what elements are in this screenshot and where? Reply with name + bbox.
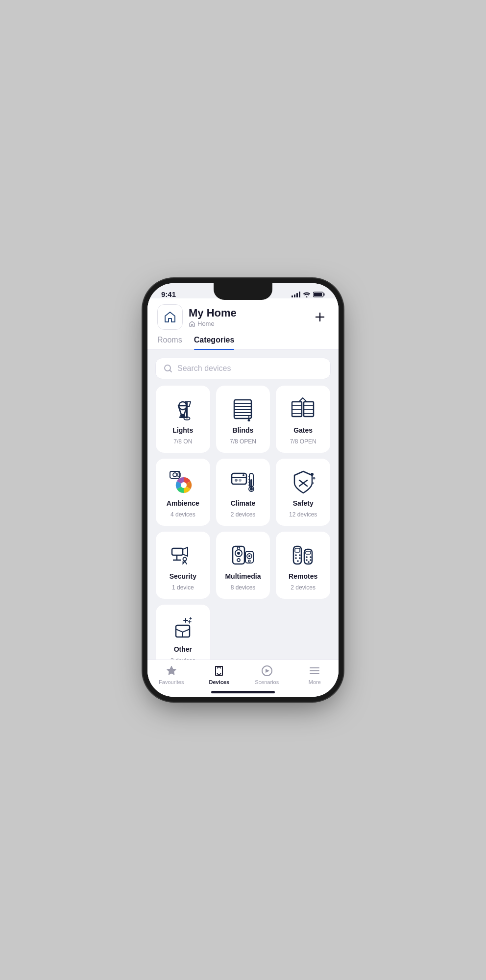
- category-blinds[interactable]: Blinds 7/8 OPEN: [216, 385, 271, 453]
- svg-point-64: [295, 554, 297, 556]
- blinds-icon: [228, 395, 258, 422]
- svg-point-56: [237, 559, 240, 562]
- header-left: My Home Home: [157, 304, 237, 330]
- battery-icon: [313, 292, 325, 297]
- climate-count: 2 devices: [231, 511, 256, 518]
- remotes-name: Remotes: [289, 572, 317, 580]
- svg-point-72: [310, 556, 312, 558]
- remotes-icon: [289, 541, 318, 568]
- svg-point-35: [243, 474, 244, 476]
- svg-rect-1: [324, 293, 325, 295]
- other-icon: [168, 614, 197, 641]
- phone-frame: 9:41: [147, 283, 339, 697]
- favourites-label: Favourites: [159, 679, 184, 685]
- favourites-icon: [165, 664, 178, 678]
- climate-name: Climate: [231, 499, 256, 507]
- multimedia-icon: [228, 541, 258, 568]
- header: My Home Home: [147, 298, 339, 330]
- category-safety[interactable]: Safety 12 devices: [275, 458, 331, 526]
- svg-point-75: [308, 561, 310, 563]
- svg-point-66: [295, 557, 297, 559]
- header-subtitle-text: Home: [197, 320, 215, 327]
- svg-point-19: [248, 419, 250, 421]
- safety-count: 12 devices: [289, 511, 317, 518]
- gates-icon: [289, 395, 318, 422]
- main-content: My Home Home: [147, 298, 339, 697]
- status-icons: [292, 292, 325, 297]
- scenarios-label: Scenarios: [255, 679, 279, 685]
- category-gates[interactable]: Gates 7/8 OPEN: [275, 385, 331, 453]
- ambience-count: 4 devices: [170, 511, 195, 518]
- svg-point-46: [311, 473, 314, 476]
- category-security[interactable]: Security 1 device: [155, 531, 211, 599]
- svg-point-39: [250, 488, 253, 490]
- scenarios-icon: [260, 664, 274, 678]
- category-grid: Lights 7/8 ON: [147, 385, 339, 680]
- nav-more[interactable]: More: [291, 664, 339, 685]
- nav-favourites[interactable]: Favourites: [147, 664, 195, 685]
- svg-point-61: [248, 560, 250, 562]
- wifi-icon: [303, 292, 311, 297]
- lights-count: 7/8 ON: [173, 438, 192, 445]
- svg-point-67: [299, 557, 301, 559]
- other-name: Other: [174, 645, 192, 653]
- svg-point-48: [312, 482, 314, 484]
- category-remotes[interactable]: Remotes 2 devices: [275, 531, 331, 599]
- blinds-name: Blinds: [233, 426, 254, 434]
- svg-point-71: [306, 556, 308, 558]
- svg-rect-2: [314, 293, 322, 296]
- tabs: Rooms Categories: [147, 330, 339, 350]
- svg-rect-28: [170, 471, 180, 478]
- phone-screen: 9:41: [147, 283, 339, 697]
- svg-rect-20: [292, 402, 302, 416]
- gates-count: 7/8 OPEN: [290, 438, 316, 445]
- ambience-icon: [168, 468, 197, 495]
- blinds-count: 7/8 OPEN: [230, 438, 256, 445]
- ambience-name: Ambience: [167, 499, 199, 507]
- header-text: My Home Home: [189, 307, 237, 327]
- devices-label: Devices: [209, 679, 229, 685]
- home-icon-box[interactable]: [157, 304, 183, 330]
- remotes-count: 2 devices: [291, 584, 316, 591]
- security-name: Security: [170, 572, 196, 580]
- add-button[interactable]: [311, 308, 329, 326]
- more-icon: [308, 664, 321, 678]
- lights-name: Lights: [172, 426, 193, 434]
- tab-rooms[interactable]: Rooms: [157, 336, 182, 349]
- svg-point-73: [306, 559, 308, 561]
- svg-point-74: [310, 559, 312, 561]
- header-title: My Home: [189, 307, 237, 319]
- svg-rect-49: [172, 548, 183, 555]
- category-multimedia[interactable]: Multimedia 8 devices: [216, 531, 271, 599]
- multimedia-name: Multimedia: [225, 572, 261, 580]
- category-climate[interactable]: Climate 2 devices: [216, 458, 271, 526]
- category-lights[interactable]: Lights 7/8 ON: [155, 385, 211, 453]
- climate-icon: [228, 468, 258, 495]
- header-subtitle: Home: [189, 320, 237, 327]
- svg-point-52: [183, 557, 187, 561]
- nav-scenarios[interactable]: Scenarios: [243, 664, 291, 685]
- security-count: 1 device: [172, 584, 194, 591]
- search-placeholder: Search devices: [177, 364, 231, 373]
- gates-name: Gates: [293, 426, 313, 434]
- svg-rect-24: [304, 402, 314, 416]
- multimedia-count: 8 devices: [231, 584, 256, 591]
- lights-icon: [168, 395, 197, 422]
- svg-point-68: [297, 560, 299, 562]
- svg-rect-30: [178, 473, 180, 477]
- more-label: More: [309, 679, 321, 685]
- search-container: Search devices: [147, 350, 339, 385]
- safety-icon: [289, 468, 318, 495]
- svg-point-55: [237, 552, 240, 555]
- svg-point-47: [313, 477, 315, 479]
- svg-rect-70: [306, 551, 311, 554]
- search-box[interactable]: Search devices: [155, 358, 331, 379]
- tab-categories[interactable]: Categories: [194, 336, 235, 349]
- svg-point-60: [248, 555, 250, 557]
- category-ambience[interactable]: Ambience 4 devices: [155, 458, 211, 526]
- search-icon: [164, 364, 172, 373]
- svg-rect-38: [250, 479, 252, 488]
- subtitle-home-icon: [189, 320, 195, 327]
- signal-icon: [292, 292, 300, 297]
- nav-devices[interactable]: Devices: [195, 664, 243, 685]
